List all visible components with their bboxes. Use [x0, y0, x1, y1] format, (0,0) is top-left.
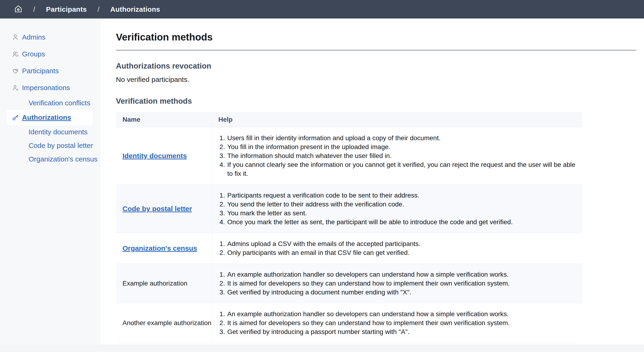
sidebar-item-label: Authorizations	[22, 113, 71, 122]
column-header-name: Name	[116, 112, 212, 127]
help-step: It is aimed for developers so they can u…	[227, 279, 578, 288]
sidebar-item-impersonations[interactable]: Impersonations	[0, 79, 101, 96]
sidebar-item-identity-documents[interactable]: Identity documents	[0, 125, 101, 139]
heart-hand-icon	[12, 67, 19, 75]
home-button[interactable]	[14, 5, 22, 14]
table-row: Code by postal letter Participants reque…	[116, 184, 582, 233]
users-icon	[12, 50, 19, 58]
method-link-code-by-postal-letter[interactable]: Code by postal letter	[122, 205, 192, 213]
methods-heading: Verification methods	[116, 97, 636, 106]
user-plus-icon	[12, 84, 19, 91]
help-step: It is aimed for developers so they can u…	[227, 319, 578, 328]
sidebar-item-participants[interactable]: Participants	[0, 62, 101, 79]
help-list: An example authorization handler so deve…	[227, 270, 578, 297]
help-step: Only participants with an email in that …	[227, 248, 578, 257]
help-step: You mark the letter as sent.	[227, 209, 578, 218]
sidebar-item-organizations-census[interactable]: Organization's census	[0, 152, 101, 166]
top-navigation-bar: / Participants / Authorizations	[0, 0, 644, 18]
sidebar-item-label: Admins	[22, 33, 46, 41]
help-step: Admins upload a CSV with the emails of t…	[227, 239, 578, 248]
help-step: Get verified by introducing a document n…	[227, 288, 578, 297]
help-step: You send the letter to their address wit…	[227, 200, 578, 209]
revocation-heading: Authorizations revocation	[116, 61, 636, 70]
help-step: If you cannot clearly see the informatio…	[227, 160, 578, 178]
help-list: An example authorization handler so deve…	[227, 310, 578, 336]
method-name-example-authorization: Example authorization	[122, 280, 187, 287]
help-step: Users fill in their identity information…	[227, 134, 578, 143]
table-row: Identity documents Users fill in their i…	[116, 127, 582, 184]
table-row: Example authorization An example authori…	[116, 264, 582, 303]
sidebar-item-label: Code by postal letter	[28, 141, 93, 150]
method-name-another-example-authorization: Another example authorization	[122, 319, 212, 327]
help-step: An example authorization handler so deve…	[227, 270, 578, 279]
help-step: Participants request a verification code…	[227, 191, 578, 200]
key-icon	[12, 114, 19, 121]
table-row: Another example authorization An example…	[116, 303, 582, 343]
sidebar-item-label: Groups	[22, 50, 45, 58]
sidebar-item-admins[interactable]: Admins	[0, 29, 101, 46]
help-step: An example authorization handler so deve…	[227, 310, 578, 319]
sidebar-item-label: Participants	[22, 67, 59, 75]
verification-methods-table: Name Help Identity documents Users fill …	[116, 112, 582, 343]
help-step: Once you mark the letter as sent, the pa…	[227, 218, 578, 227]
home-gear-icon	[14, 5, 22, 14]
main-content: Verification methods Authorizations revo…	[101, 18, 644, 345]
sidebar-item-label: Impersonations	[22, 83, 70, 92]
help-list: Participants request a verification code…	[227, 191, 578, 227]
table-header-row: Name Help	[116, 112, 582, 127]
sidebar: Admins Groups Participants	[0, 18, 101, 345]
breadcrumb-item-participants[interactable]: Participants	[46, 5, 87, 13]
table-row: Organization's census Admins upload a CS…	[116, 233, 582, 264]
help-list: Admins upload a CSV with the emails of t…	[227, 239, 578, 257]
method-link-identity-documents[interactable]: Identity documents	[122, 152, 187, 160]
sidebar-item-code-by-postal-letter[interactable]: Code by postal letter	[0, 139, 101, 152]
sidebar-item-label: Organization's census	[28, 155, 98, 163]
sidebar-item-verification-conflicts[interactable]: Verification conflicts	[0, 96, 101, 110]
method-link-organizations-census[interactable]: Organization's census	[122, 244, 197, 252]
sidebar-item-groups[interactable]: Groups	[0, 46, 101, 62]
user-icon	[12, 33, 19, 41]
help-list: Users fill in their identity information…	[227, 134, 578, 178]
revocation-status-text: No verified participants.	[116, 76, 636, 83]
breadcrumb-item-authorizations[interactable]: Authorizations	[110, 5, 160, 13]
page-title: Verification methods	[116, 31, 636, 43]
help-step: The information should match whatever th…	[227, 151, 578, 160]
breadcrumb-separator: /	[98, 5, 99, 13]
breadcrumb-separator: /	[33, 5, 35, 13]
sidebar-item-label: Identity documents	[28, 128, 88, 136]
column-header-help: Help	[212, 112, 582, 127]
title-divider	[116, 50, 636, 50]
breadcrumb: / Participants / Authorizations	[14, 5, 160, 14]
sidebar-item-authorizations[interactable]: Authorizations	[6, 110, 93, 125]
help-step: You fill in the information present in t…	[227, 143, 578, 151]
help-step: Get verified by introducing a passport n…	[227, 328, 578, 336]
sidebar-item-label: Verification conflicts	[28, 99, 90, 107]
